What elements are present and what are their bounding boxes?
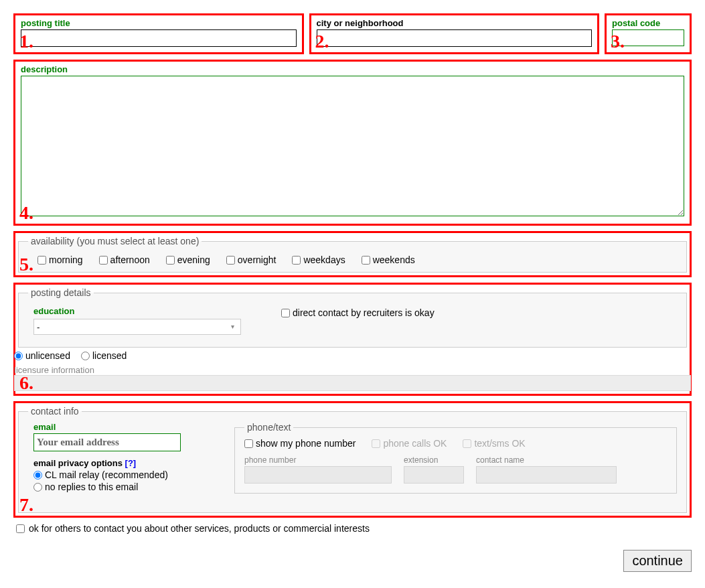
phone-number-field: phone number xyxy=(244,455,392,484)
red-number-6: 6. xyxy=(19,372,33,394)
availability-morning[interactable]: morning xyxy=(37,254,83,265)
weekdays-checkbox[interactable] xyxy=(292,256,301,265)
availability-overnight[interactable]: overnight xyxy=(226,254,277,265)
calls-checkbox xyxy=(372,439,380,448)
availability-box: availability (you must select at least o… xyxy=(13,231,692,277)
city-label: city or neighborhood xyxy=(317,18,593,28)
license-licensed[interactable]: licensed xyxy=(81,350,127,361)
availability-weekdays[interactable]: weekdays xyxy=(292,254,345,265)
phone-fieldset: phone/text show my phone number phone ca… xyxy=(234,422,677,494)
phone-number-input xyxy=(244,466,392,484)
morning-checkbox[interactable] xyxy=(37,256,46,265)
contact-name-label: contact name xyxy=(476,455,617,465)
licensed-radio[interactable] xyxy=(81,352,90,360)
description-textarea[interactable] xyxy=(21,76,684,216)
extension-label: extension xyxy=(404,455,464,465)
privacy-relay[interactable]: CL mail relay (recommended) xyxy=(33,469,221,480)
description-label: description xyxy=(21,64,684,74)
privacy-noreply[interactable]: no replies to this email xyxy=(33,482,221,492)
evening-checkbox[interactable] xyxy=(166,256,175,265)
sms-checkbox xyxy=(463,439,471,448)
extension-input xyxy=(404,466,464,484)
contact-fieldset: contact info email email privacy options… xyxy=(18,406,687,513)
phone-number-label: phone number xyxy=(244,455,392,465)
availability-weekends[interactable]: weekends xyxy=(362,254,415,265)
recruiters-checkbox[interactable] xyxy=(281,309,290,317)
contact-box: contact info email email privacy options… xyxy=(13,401,692,518)
text-sms-ok: text/sms OK xyxy=(463,438,525,449)
phone-legend: phone/text xyxy=(244,422,293,433)
red-number-4: 4. xyxy=(19,202,33,224)
posting-title-label: posting title xyxy=(21,18,297,28)
licensure-label: licensure information xyxy=(14,365,687,375)
ok-others-contact[interactable]: ok for others to contact you about other… xyxy=(16,523,692,534)
license-unlicensed[interactable]: unlicensed xyxy=(14,350,70,361)
relay-radio[interactable] xyxy=(33,471,42,480)
availability-legend: availability (you must select at least o… xyxy=(28,236,202,246)
unlicensed-radio[interactable] xyxy=(14,352,23,360)
postal-box: postal code 3. xyxy=(605,13,692,54)
privacy-help-link[interactable]: [?] xyxy=(125,458,137,468)
posting-details-fieldset: posting details education - ▾ direct con… xyxy=(18,287,687,348)
postal-label: postal code xyxy=(612,18,684,28)
red-number-1: 1. xyxy=(19,31,33,52)
availability-fieldset: availability (you must select at least o… xyxy=(18,236,687,273)
description-box: description 4. xyxy=(13,60,692,226)
education-label: education xyxy=(33,306,241,316)
red-number-3: 3. xyxy=(611,31,625,52)
availability-afternoon[interactable]: afternoon xyxy=(99,254,150,265)
ok-others-checkbox[interactable] xyxy=(16,524,25,533)
availability-evening[interactable]: evening xyxy=(166,254,210,265)
licensure-input xyxy=(14,375,691,391)
email-input[interactable] xyxy=(33,433,181,451)
overnight-checkbox[interactable] xyxy=(226,256,235,265)
city-box: city or neighborhood 2. xyxy=(309,13,600,54)
show-phone-checkbox[interactable] xyxy=(244,439,253,448)
contact-name-field: contact name xyxy=(476,455,617,484)
recruiters-ok[interactable]: direct contact by recruiters is okay xyxy=(281,307,435,318)
red-number-5: 5. xyxy=(19,254,33,275)
continue-button[interactable]: continue xyxy=(623,550,692,572)
posting-details-legend: posting details xyxy=(28,287,94,298)
red-number-2: 2. xyxy=(315,31,329,52)
extension-field: extension xyxy=(404,455,464,484)
show-phone[interactable]: show my phone number xyxy=(244,438,356,449)
education-select[interactable]: - xyxy=(33,319,241,335)
posting-details-box: posting details education - ▾ direct con… xyxy=(13,283,692,396)
noreply-radio[interactable] xyxy=(33,483,42,492)
contact-legend: contact info xyxy=(28,406,82,417)
contact-name-input xyxy=(476,466,617,484)
email-label: email xyxy=(33,422,221,432)
posting-title-input[interactable] xyxy=(21,29,297,47)
weekends-checkbox[interactable] xyxy=(362,256,370,265)
city-input[interactable] xyxy=(317,29,593,47)
email-privacy-label: email privacy options [?] xyxy=(33,458,221,468)
phone-calls-ok: phone calls OK xyxy=(372,438,447,449)
afternoon-checkbox[interactable] xyxy=(99,256,108,265)
red-number-7: 7. xyxy=(19,494,33,516)
posting-title-box: posting title 1. xyxy=(13,13,304,54)
